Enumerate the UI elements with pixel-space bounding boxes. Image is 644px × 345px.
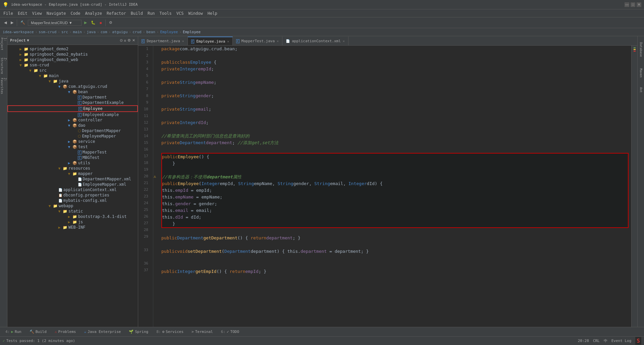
panel-dropdown-icon[interactable]: ▼ xyxy=(27,38,29,43)
code-line-28[interactable] xyxy=(161,228,629,235)
breadcrumb-part-4[interactable]: java xyxy=(87,30,96,34)
tree-item-service[interactable]: ▶ 📦service xyxy=(7,139,138,144)
tab-close-icon[interactable]: ✕ xyxy=(343,39,345,43)
breadcrumb-part-6[interactable]: atguigu xyxy=(112,30,127,34)
breadcrumb-part-7[interactable]: crud xyxy=(132,30,142,34)
bottom-tab-run[interactable]: 4:▶Run xyxy=(3,329,24,335)
bottom-tab-terminal[interactable]: >Terminal xyxy=(189,329,216,335)
maximize-button[interactable]: □ xyxy=(631,2,635,7)
tree-item-com-atguigu-crud[interactable]: ▼ 📦com.atguigu.crud xyxy=(7,84,138,89)
menu-item-edit[interactable]: Edit xyxy=(16,10,30,16)
menu-item-vcs[interactable]: VCS xyxy=(174,10,186,16)
code-line-8[interactable]: private String gender; xyxy=(161,93,629,99)
tree-item-department[interactable]: CDepartment xyxy=(7,95,138,100)
code-line-9[interactable] xyxy=(161,99,629,106)
tree-item-employeemapper[interactable]: ⬡EmployeeMapper xyxy=(7,133,138,139)
tree-item-src[interactable]: ▼ 📁src xyxy=(7,68,138,73)
bottom-tab-services[interactable]: 8:⚙Services xyxy=(154,329,186,335)
breadcrumb-current[interactable]: Employee xyxy=(183,30,201,34)
tree-item-mapper[interactable]: ▼ 📁mapper xyxy=(7,171,138,176)
tree-item-controller[interactable]: ▶ 📦controller xyxy=(7,117,138,123)
code-line-3[interactable]: public class Employee { xyxy=(161,59,629,66)
tree-item-main[interactable]: ▼ 📁main xyxy=(7,73,138,78)
tree-item-dao[interactable]: ▼ 📦dao xyxy=(7,123,138,128)
menu-item-file[interactable]: File xyxy=(1,10,15,16)
code-line-29[interactable]: public Department getDepartment() { retu… xyxy=(161,235,629,241)
code-line-12[interactable]: private Integer dId; xyxy=(161,119,629,126)
breadcrumb-part-0[interactable]: idea-workspace xyxy=(3,30,34,34)
tree-item-departmentmapper-xml[interactable]: 📄DepartmentMapper.xml xyxy=(7,176,138,182)
code-line-37[interactable]: public Integer getEmpId() { return empId… xyxy=(161,268,629,275)
code-line-26[interactable]: this.dId = dId; xyxy=(162,214,628,221)
menu-item-analyze[interactable]: Analyze xyxy=(83,10,104,16)
tab-applicationContext-xml[interactable]: 📄applicationContext.xml✕ xyxy=(282,37,348,45)
menu-item-help[interactable]: Help xyxy=(206,10,219,16)
tree-item-mbgtest[interactable]: CMBGTest xyxy=(7,155,138,160)
breadcrumb-part-8[interactable]: bean xyxy=(146,30,155,34)
tree-item-bootstrap-3-4-1-dist[interactable]: ▶ 📁bootstrap-3.4.1-dist xyxy=(7,214,138,219)
tree-item-test[interactable]: ▼ 📦test xyxy=(7,144,138,150)
code-line-24[interactable]: this.gender = gender; xyxy=(162,200,628,207)
menu-item-view[interactable]: View xyxy=(30,10,44,16)
code-line-27[interactable]: } xyxy=(162,221,628,227)
code-line-33[interactable]: public void setDepartment(Department dep… xyxy=(161,248,629,255)
menu-item-navigate[interactable]: Navigate xyxy=(45,10,68,16)
menu-item-window[interactable]: Window xyxy=(186,10,205,16)
code-line-empty[interactable] xyxy=(161,241,629,248)
code-line-18[interactable]: } xyxy=(162,160,628,167)
code-line-6[interactable]: private String empName; xyxy=(161,79,629,86)
tab-close-icon[interactable]: ✕ xyxy=(227,40,229,43)
code-line-1[interactable]: package com.atguigu.crud.bean; xyxy=(161,46,629,52)
code-line-5[interactable] xyxy=(161,72,629,79)
right-scrollbar[interactable] xyxy=(631,46,637,327)
stop-button[interactable]: ■ xyxy=(98,20,103,25)
code-line-13[interactable] xyxy=(161,126,629,133)
tree-item-ssm-crud[interactable]: ▼ 📁ssm-crud xyxy=(7,62,138,68)
panel-settings-button[interactable]: ⚙ xyxy=(127,38,131,43)
bottom-tab-spring[interactable]: 🌱Spring xyxy=(126,329,151,335)
vtab-project[interactable]: 1: Project xyxy=(0,36,7,56)
build-button[interactable]: 🔨 xyxy=(19,20,26,25)
tree-item-webapp[interactable]: ▼ 📁webapp xyxy=(7,203,138,209)
code-line-10[interactable]: private String email; xyxy=(161,106,629,113)
tree-item-departmentexample[interactable]: CDepartmentExample xyxy=(7,100,138,105)
code-line-16[interactable] xyxy=(161,146,629,153)
tree-item-dbconfig-properties[interactable]: 📋dbconfig.properties xyxy=(7,192,138,198)
breadcrumb-part-3[interactable]: main xyxy=(73,30,82,34)
tree-item-resources[interactable]: ▼ 📁resources xyxy=(7,166,138,171)
tab-Department-java[interactable]: CDepartment.java✕ xyxy=(138,37,188,45)
code-line-14[interactable]: //希望查询员工的同时部门信息也是查询好的 xyxy=(161,133,629,139)
tree-item-static[interactable]: ▼ 📁static xyxy=(7,209,138,214)
vtab-ant[interactable]: Ant xyxy=(638,83,644,97)
menu-item-run[interactable]: Run xyxy=(146,10,157,16)
menu-item-tools[interactable]: Tools xyxy=(158,10,174,16)
menu-item-code[interactable]: Code xyxy=(69,10,83,16)
bottom-tab-build[interactable]: 🔨Build xyxy=(27,329,49,335)
tab-close-icon[interactable]: ✕ xyxy=(182,39,184,43)
tree-item-springboot-demo2-mybatis[interactable]: ▶ 📁springboot_demo2_mybatis xyxy=(7,52,138,57)
vtab-maven[interactable]: Maven xyxy=(638,63,644,83)
debug-button[interactable]: 🐛 xyxy=(90,20,97,25)
tree-item-employeemapper-xml[interactable]: 📄EmployeeMapper.xml xyxy=(7,182,138,187)
back-button[interactable]: ◀ xyxy=(3,20,8,25)
breadcrumb-part-2[interactable]: src xyxy=(61,30,68,34)
tree-item-java[interactable]: ▼ 📁java xyxy=(7,78,138,84)
breadcrumb-part-9[interactable]: Employee xyxy=(160,30,178,34)
tree-item-departmentmapper[interactable]: ⬡DepartmentMapper xyxy=(7,128,138,133)
tree-item-applicationcontext-xml[interactable]: 📄applicationContext.xml xyxy=(7,187,138,192)
panel-close-button[interactable]: ✕ xyxy=(132,38,135,43)
bottom-tab-problems[interactable]: ⚠Problems xyxy=(52,329,79,335)
tab-Employee-java[interactable]: CEmployee.java✕ xyxy=(188,37,233,45)
code-line-36[interactable] xyxy=(161,262,629,268)
code-line-25[interactable]: this.email = email; xyxy=(162,207,628,214)
forward-button[interactable]: ▶ xyxy=(9,20,15,25)
bottom-tab-todo[interactable]: 6:✓TODO xyxy=(218,329,242,335)
tree-item-mappertest[interactable]: CMapperTest xyxy=(7,150,138,155)
tab-close-icon[interactable]: ✕ xyxy=(277,39,279,43)
vtab-favorites[interactable]: 2: Favorites xyxy=(0,76,7,97)
tree-item-springboot-demo3-web[interactable]: ▶ 📁springboot_demo3_web xyxy=(7,57,138,62)
code-line-11[interactable] xyxy=(161,113,629,119)
code-line-2[interactable] xyxy=(161,52,629,59)
tree-item-mybatis-config-xml[interactable]: 📄mybatis-config.xml xyxy=(7,198,138,203)
menu-item-refactor[interactable]: Refactor xyxy=(105,10,128,16)
